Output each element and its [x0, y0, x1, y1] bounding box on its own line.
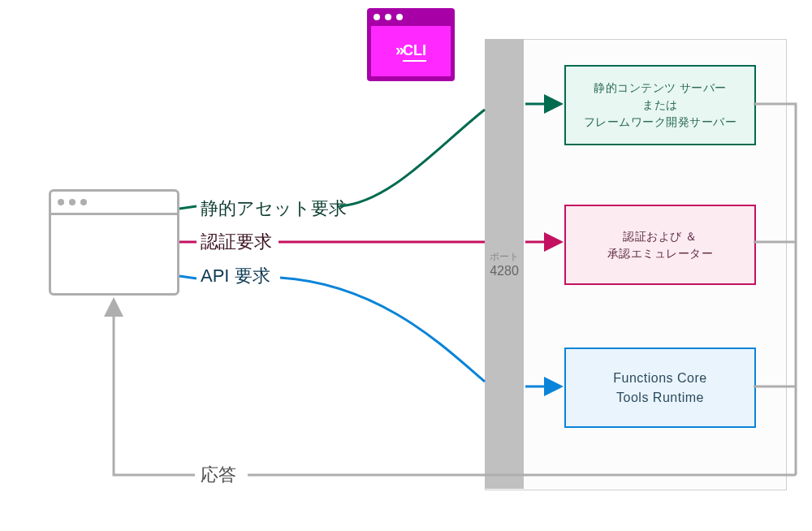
flow-api-to-port — [280, 278, 485, 382]
flow-static-to-port — [339, 110, 485, 206]
tick-api — [179, 276, 197, 278]
flow-response-to-browser — [114, 300, 195, 475]
flow-lines — [0, 0, 812, 531]
tick-static — [179, 206, 197, 209]
stub-static-out — [754, 104, 796, 475]
